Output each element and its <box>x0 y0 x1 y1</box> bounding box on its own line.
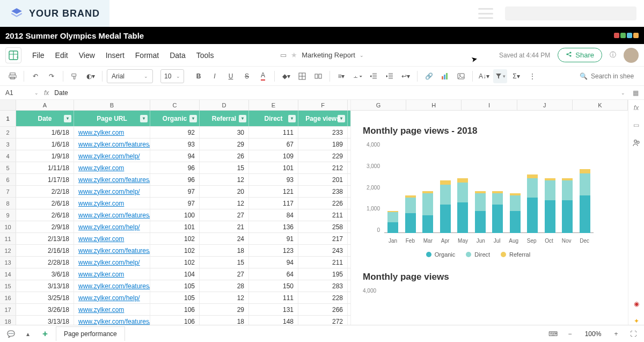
row-number[interactable]: 4 <box>0 150 16 162</box>
formula-value[interactable]: Date <box>54 89 616 97</box>
cell-url[interactable]: www.zylker.com/help/ <box>74 186 150 197</box>
cell-date[interactable]: 2/2/18 <box>16 186 74 197</box>
cell-direct[interactable]: 123 <box>249 245 298 256</box>
row-number[interactable]: 10 <box>0 221 16 232</box>
row-number[interactable]: 5 <box>0 162 16 173</box>
menu-file[interactable]: File <box>27 48 50 63</box>
row-number[interactable]: 18 <box>0 316 16 325</box>
sheet-app-icon[interactable]: + <box>5 47 21 63</box>
row-number[interactable]: 7 <box>0 186 16 197</box>
table-row[interactable]: 51/11/18www.zylker.com9615101212 <box>0 162 350 174</box>
insert-chart-button[interactable] <box>438 69 452 83</box>
cell-direct[interactable]: 121 <box>249 186 298 197</box>
undo-button[interactable]: ↶ <box>28 69 42 83</box>
cell-date[interactable]: 1/11/18 <box>16 162 74 173</box>
cell-date[interactable]: 3/13/18 <box>16 280 74 292</box>
col-letter[interactable]: D <box>200 100 249 110</box>
cell-views[interactable]: 189 <box>298 139 348 150</box>
cell-organic[interactable]: 93 <box>150 139 200 150</box>
table-row[interactable]: 163/25/18www.zylker.com/help/10512111228 <box>0 292 350 304</box>
table-row[interactable]: 82/6/18www.zylker.com9712117226 <box>0 198 350 209</box>
cell-organic[interactable]: 102 <box>150 245 200 256</box>
record-toggle-icon[interactable]: ◉ <box>634 300 639 308</box>
add-sheet-button[interactable]: + <box>39 328 52 340</box>
format-painter-button[interactable] <box>68 69 82 83</box>
cell-views[interactable]: 258 <box>298 221 348 232</box>
row-number[interactable]: 12 <box>0 245 16 256</box>
expand-formula-icon[interactable]: ⌄ <box>621 90 625 96</box>
cell-direct[interactable]: 101 <box>249 162 298 173</box>
avatar[interactable] <box>624 48 639 63</box>
cell-referral[interactable]: 27 <box>200 209 249 221</box>
row-number[interactable]: 1 <box>0 111 16 126</box>
fill-color-button[interactable]: ◆▾ <box>279 69 293 83</box>
menu-data[interactable]: Data <box>164 48 191 63</box>
cell-url[interactable]: www.zylker.com/features/ <box>74 245 150 256</box>
cell-views[interactable]: 226 <box>298 198 348 209</box>
select-all-cell[interactable] <box>0 100 16 110</box>
col-letter[interactable]: E <box>249 100 298 110</box>
cell-organic[interactable]: 100 <box>150 209 200 221</box>
star-icon[interactable]: ★ <box>291 51 297 59</box>
cell-date[interactable]: 1/17/18 <box>16 174 74 185</box>
borders-button[interactable] <box>295 69 309 83</box>
row-number[interactable]: 16 <box>0 292 16 303</box>
sort-button[interactable]: A↓▾ <box>477 69 491 83</box>
cell-views[interactable]: 233 <box>298 127 348 138</box>
zoom-value[interactable]: 100% <box>581 330 605 338</box>
cell-referral[interactable]: 29 <box>200 304 249 315</box>
filter-toggle[interactable]: ▾ <box>64 115 71 122</box>
table-row[interactable]: 122/16/18www.zylker.com/features/1021812… <box>0 245 350 257</box>
indent-increase-button[interactable] <box>383 69 397 83</box>
menu-insert[interactable]: Insert <box>100 48 130 63</box>
cell-date[interactable]: 2/6/18 <box>16 198 74 209</box>
filter-toggle[interactable]: ▾ <box>189 115 197 122</box>
font-family-select[interactable]: Arial⌄ <box>107 69 153 83</box>
cell-url[interactable]: www.zylker.com <box>74 268 150 280</box>
collab-panel-icon[interactable] <box>632 139 641 149</box>
sidepanel-toggle-icon[interactable]: ▦ <box>633 89 639 97</box>
cell-referral[interactable]: 18 <box>200 316 249 325</box>
table-row[interactable]: 173/26/18www.zylker.com10629131266 <box>0 304 350 316</box>
insert-image-button[interactable] <box>454 69 468 83</box>
cell-referral[interactable]: 28 <box>200 280 249 292</box>
global-search-placeholder[interactable] <box>505 6 636 20</box>
row-number[interactable]: 3 <box>0 139 16 150</box>
merge-cells-button[interactable] <box>311 69 325 83</box>
cell-date[interactable]: 3/25/18 <box>16 292 74 303</box>
cell-url[interactable]: www.zylker.com <box>74 162 150 173</box>
cell-organic[interactable]: 94 <box>150 150 200 162</box>
cell-referral[interactable]: 15 <box>200 162 249 173</box>
cell-url[interactable]: www.zylker.com/help/ <box>74 150 150 162</box>
col-letter[interactable]: H <box>406 100 462 110</box>
cell-views[interactable]: 228 <box>298 292 348 303</box>
cell-organic[interactable]: 101 <box>150 221 200 232</box>
table-row[interactable]: 143/6/18www.zylker.com1042764195 <box>0 268 350 280</box>
chart-1[interactable]: 4,0003,0002,0001,0000 JanFebMarAprMayJun… <box>363 142 594 249</box>
cell-organic[interactable]: 104 <box>150 268 200 280</box>
cell-referral[interactable]: 12 <box>200 198 249 209</box>
col-letter[interactable]: G <box>351 100 406 110</box>
cell-views[interactable]: 229 <box>298 150 348 162</box>
cell-referral[interactable]: 30 <box>200 127 249 138</box>
cell-views[interactable]: 243 <box>298 245 348 256</box>
cell-views[interactable]: 217 <box>298 233 348 244</box>
cell-referral[interactable]: 26 <box>200 150 249 162</box>
table-row[interactable]: 132/28/18www.zylker.com/help/1021594211 <box>0 257 350 268</box>
cell-direct[interactable]: 148 <box>249 316 298 325</box>
cell-organic[interactable]: 97 <box>150 198 200 209</box>
cell-date[interactable]: 2/13/18 <box>16 233 74 244</box>
cell-reference-input[interactable] <box>5 89 29 97</box>
cell-url[interactable]: www.zylker.com <box>74 198 150 209</box>
cell-referral[interactable]: 15 <box>200 257 249 268</box>
font-size-select[interactable]: 10⌄ <box>160 69 184 83</box>
cell-direct[interactable]: 136 <box>249 221 298 232</box>
table-row[interactable]: 41/9/18www.zylker.com/help/9426109229 <box>0 150 350 162</box>
cell-views[interactable]: 211 <box>298 209 348 221</box>
italic-button[interactable]: I <box>208 69 222 83</box>
filter-toggle[interactable]: ▾ <box>140 115 148 122</box>
sheet-search[interactable]: 🔍 <box>580 72 639 80</box>
cell-date[interactable]: 2/16/18 <box>16 245 74 256</box>
cell-direct[interactable]: 94 <box>249 257 298 268</box>
functions-button[interactable]: Σ▾ <box>509 69 523 83</box>
